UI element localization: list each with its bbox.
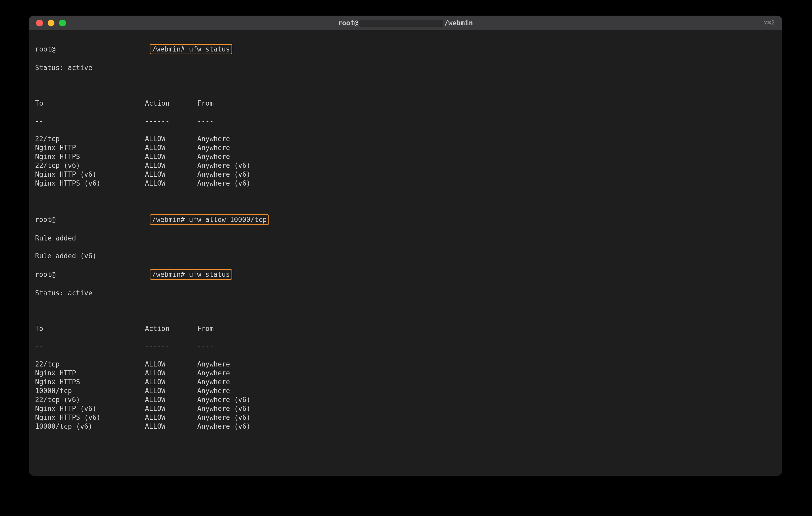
cell-from: Anywhere (v6): [197, 179, 251, 188]
status-line: Status: active: [35, 289, 776, 298]
cell-to: 22/tcp (v6): [35, 161, 145, 170]
prompt-line: root@/webmin# ufw status: [35, 269, 776, 280]
prompt-user: root@: [35, 45, 55, 53]
blank-line: [35, 81, 776, 90]
cell-to: Nginx HTTP: [35, 369, 145, 377]
close-icon[interactable]: [36, 20, 43, 26]
cell-action: ALLOW: [145, 377, 197, 386]
blank-line: [35, 475, 776, 476]
table-row: 22/tcpALLOWAnywhere: [35, 134, 776, 143]
table-row: 22/tcp (v6)ALLOWAnywhere (v6): [35, 161, 776, 170]
prompt-path: /webmin#: [152, 45, 185, 53]
title-path: /webmin: [444, 19, 473, 27]
cell-to: 22/tcp (v6): [35, 395, 145, 404]
traffic-lights: [29, 20, 66, 26]
prompt-host-redacted: [55, 272, 150, 278]
cell-to: Nginx HTTPS: [35, 152, 145, 161]
cell-to: Nginx HTTP (v6): [35, 170, 145, 179]
terminal-body[interactable]: root@/webmin# ufw status Status: active …: [29, 30, 782, 476]
col-to: To: [35, 324, 145, 333]
cell-action: ALLOW: [145, 134, 197, 143]
cell-action: ALLOW: [145, 404, 197, 413]
cell-to: Nginx HTTP: [35, 143, 145, 152]
col-action: ------: [145, 117, 197, 125]
cell-action: ALLOW: [145, 360, 197, 369]
command-text: ufw status: [189, 271, 230, 278]
prompt-host-redacted: [55, 217, 150, 223]
cell-from: Anywhere (v6): [197, 395, 251, 404]
cell-to: Nginx HTTPS: [35, 377, 145, 386]
cell-to: Nginx HTTPS (v6): [35, 179, 145, 188]
table-row: Nginx HTTPS (v6)ALLOWAnywhere (v6): [35, 179, 776, 188]
col-from: ----: [197, 342, 214, 351]
output-line: Rule added: [35, 234, 776, 243]
prompt-line: root@/webmin# ufw status: [35, 44, 776, 54]
prompt-path: /webmin#: [152, 271, 185, 278]
table-row: Nginx HTTPSALLOWAnywhere: [35, 377, 776, 386]
table-row: Nginx HTTPSALLOWAnywhere: [35, 152, 776, 161]
command-text: ufw allow 10000/tcp: [189, 216, 267, 223]
minimize-icon[interactable]: [48, 20, 54, 26]
cell-from: Anywhere: [197, 377, 230, 386]
col-to: To: [35, 99, 145, 108]
ufw-table-1: 22/tcpALLOWAnywhereNginx HTTPALLOWAnywhe…: [35, 134, 776, 188]
cell-from: Anywhere (v6): [197, 413, 251, 422]
table-row: Nginx HTTPALLOWAnywhere: [35, 143, 776, 152]
cell-to: 22/tcp: [35, 360, 145, 369]
shortcut-indicator: ⌥⌘2: [763, 19, 775, 27]
cell-action: ALLOW: [145, 152, 197, 161]
highlight-box: /webmin# ufw allow 10000/tcp: [150, 214, 269, 225]
cell-from: Anywhere (v6): [197, 161, 251, 170]
cell-action: ALLOW: [145, 170, 197, 179]
cell-to: Nginx HTTPS (v6): [35, 413, 145, 422]
table-row: Nginx HTTPALLOWAnywhere: [35, 369, 776, 377]
title-host-redacted: [359, 20, 443, 27]
cell-action: ALLOW: [145, 422, 197, 431]
cell-to: 10000/tcp: [35, 386, 145, 395]
cell-from: Anywhere: [197, 152, 230, 161]
zoom-icon[interactable]: [59, 20, 66, 26]
cell-from: Anywhere (v6): [197, 404, 251, 413]
blank-line: [35, 457, 776, 466]
table-row: 22/tcp (v6)ALLOWAnywhere (v6): [35, 395, 776, 404]
col-to: --: [35, 342, 145, 351]
col-from: ----: [197, 117, 214, 125]
col-action: Action: [145, 324, 197, 333]
prompt-line: root@/webmin# ufw allow 10000/tcp: [35, 214, 776, 225]
cell-from: Anywhere: [197, 143, 230, 152]
table-sep: ------------: [35, 117, 776, 125]
table-row: Nginx HTTPS (v6)ALLOWAnywhere (v6): [35, 413, 776, 422]
cell-to: 22/tcp: [35, 134, 145, 143]
cell-from: Anywhere: [197, 134, 230, 143]
table-row: 10000/tcpALLOWAnywhere: [35, 386, 776, 395]
cell-action: ALLOW: [145, 143, 197, 152]
table-header: ToActionFrom: [35, 99, 776, 108]
prompt-user: root@: [35, 271, 55, 278]
highlight-box: /webmin# ufw status: [150, 44, 232, 54]
blank-line: [35, 306, 776, 315]
col-from: From: [197, 99, 214, 108]
cell-to: Nginx HTTP (v6): [35, 404, 145, 413]
table-row: Nginx HTTP (v6)ALLOWAnywhere (v6): [35, 170, 776, 179]
cell-action: ALLOW: [145, 386, 197, 395]
cell-from: Anywhere: [197, 360, 230, 369]
col-to: --: [35, 117, 145, 125]
highlight-box: /webmin# ufw status: [150, 269, 232, 280]
prompt-path: /webmin#: [152, 216, 185, 223]
col-action: ------: [145, 342, 197, 351]
table-row: 10000/tcp (v6)ALLOWAnywhere (v6): [35, 422, 776, 431]
cell-action: ALLOW: [145, 179, 197, 188]
cell-from: Anywhere: [197, 369, 230, 377]
cell-action: ALLOW: [145, 161, 197, 170]
cell-action: ALLOW: [145, 369, 197, 377]
cell-action: ALLOW: [145, 395, 197, 404]
title-user: root@: [338, 19, 358, 27]
cell-action: ALLOW: [145, 413, 197, 422]
cell-to: 10000/tcp (v6): [35, 422, 145, 431]
table-row: 22/tcpALLOWAnywhere: [35, 360, 776, 369]
command-text: ufw status: [189, 45, 230, 53]
col-action: Action: [145, 99, 197, 108]
titlebar: root@/webmin ⌥⌘2: [29, 16, 782, 30]
window-title: root@/webmin: [29, 19, 782, 27]
prompt-user: root@: [35, 216, 55, 223]
